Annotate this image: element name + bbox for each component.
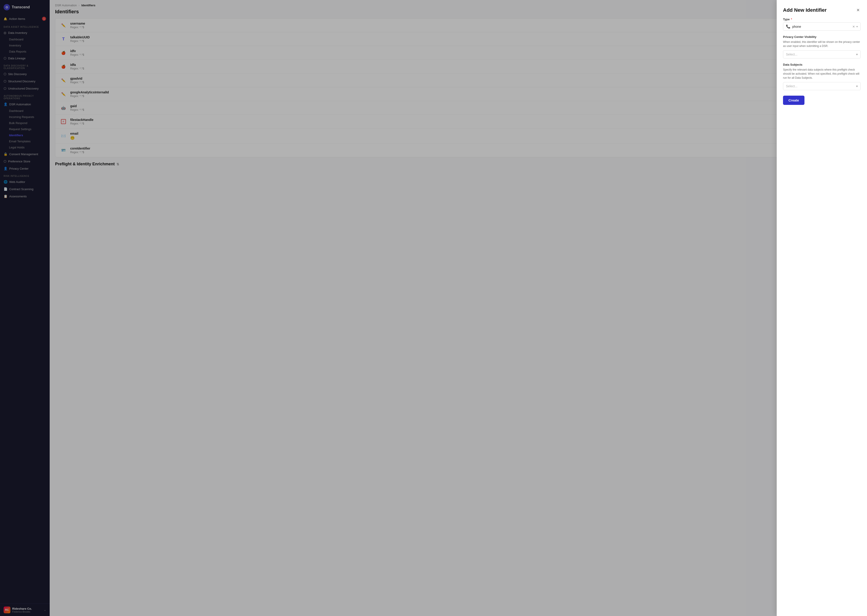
type-field-label: Type * bbox=[783, 17, 861, 21]
data-subjects-label: Data Subjects bbox=[783, 63, 861, 66]
required-marker: * bbox=[791, 17, 792, 21]
close-panel-button[interactable]: ✕ bbox=[856, 7, 861, 13]
data-subjects-section: Data Subjects Specify the relevant data … bbox=[783, 63, 861, 90]
data-subjects-desc: Specify the relevant data subjects where… bbox=[783, 68, 861, 80]
chevron-down-icon[interactable]: ▾ bbox=[856, 25, 858, 28]
type-field-section: Type * 📞 phone ✕ ▾ bbox=[783, 17, 861, 31]
panel-header: Add New Identifier ✕ bbox=[783, 7, 861, 13]
data-subjects-select[interactable]: Select... ▾ bbox=[783, 82, 861, 90]
chevron-down-icon: ▾ bbox=[856, 53, 858, 56]
create-button[interactable]: Create bbox=[783, 96, 804, 105]
add-identifier-panel: Add New Identifier ✕ Type * 📞 phone ✕ ▾ … bbox=[777, 0, 867, 616]
type-select-dropdown[interactable]: 📞 phone ✕ ▾ bbox=[783, 22, 861, 31]
privacy-visibility-desc: When enabled, this identifier will be sh… bbox=[783, 40, 861, 48]
type-select-value: phone bbox=[792, 25, 851, 28]
panel-title: Add New Identifier bbox=[783, 7, 827, 13]
panel-overlay[interactable] bbox=[0, 0, 867, 616]
clear-type-button[interactable]: ✕ bbox=[852, 25, 855, 28]
privacy-visibility-label: Privacy Center Visibility bbox=[783, 35, 861, 39]
privacy-visibility-section: Privacy Center Visibility When enabled, … bbox=[783, 35, 861, 58]
data-subjects-placeholder: Select... bbox=[786, 84, 798, 88]
privacy-visibility-placeholder: Select... bbox=[786, 53, 798, 56]
type-select-actions: ✕ ▾ bbox=[852, 25, 858, 28]
chevron-down-icon: ▾ bbox=[856, 84, 858, 88]
phone-icon: 📞 bbox=[786, 24, 790, 29]
privacy-visibility-select[interactable]: Select... ▾ bbox=[783, 50, 861, 58]
